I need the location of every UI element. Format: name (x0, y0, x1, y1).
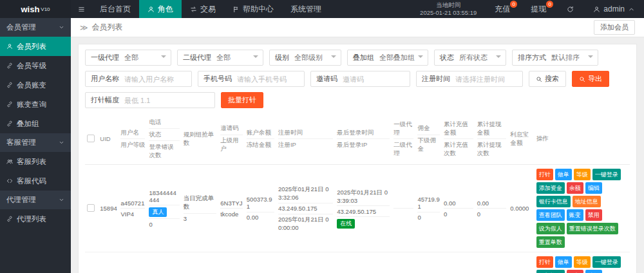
chevron-down-icon (59, 197, 64, 203)
search-icon (579, 76, 585, 82)
column-header-line: 累计充值金额 (444, 118, 473, 139)
admin-menu[interactable]: admin (584, 5, 644, 14)
cell-line (393, 198, 413, 209)
lastlogin-cell: -从未登陆 (335, 252, 392, 273)
top-menu-item[interactable]: 系统管理 (282, 0, 330, 18)
flag-icon (232, 6, 240, 13)
action-button[interactable]: 等级 (574, 256, 591, 268)
action-button[interactable]: 添加资金 (536, 182, 565, 194)
filter-input[interactable] (124, 75, 191, 83)
sidebar-item[interactable]: 客服代码 (0, 171, 71, 191)
withdraw-cell: 0.000 (475, 252, 509, 273)
column-header-line: 下级佣金 (417, 135, 440, 155)
filter-select[interactable]: 一级代理全部 (85, 50, 171, 66)
withdraw-button[interactable]: 提现 0 (520, 0, 556, 18)
cell-line: 0.00 (444, 198, 473, 209)
invite-cell: J5AB82 (218, 252, 245, 273)
filter-selected-value: 全部级别 (294, 53, 341, 62)
search-button[interactable]: 搜索 (529, 71, 566, 87)
filter-selected-value: 默认排序 (551, 53, 598, 62)
filter-input-group: 手机号码 (198, 71, 305, 87)
filter-select[interactable]: 二级代理全部 (177, 50, 263, 66)
select-all-checkbox[interactable] (87, 135, 95, 142)
action-button[interactable]: 做单 (555, 169, 572, 180)
action-button[interactable]: 余额 (567, 270, 583, 273)
export-button[interactable]: 导出 (572, 71, 609, 87)
sidebar-item[interactable]: 会员账变 (0, 75, 71, 95)
local-time: 当地时间 2025-01-21 03:55:19 (412, 1, 484, 17)
action-button[interactable]: 账变 (567, 209, 583, 221)
column-header-line: 电话 (149, 117, 179, 129)
orders-cell: 当日完成单数3 (182, 165, 219, 252)
action-button[interactable]: 添加资金 (536, 270, 565, 273)
sidebar-section-header[interactable]: 会员管理 (0, 18, 71, 37)
sidebar-item[interactable]: 会员等级 (0, 56, 71, 75)
sidebar-item[interactable]: 会员列表 (0, 37, 71, 56)
action-button[interactable]: 重置单数 (536, 236, 565, 248)
sidebar-section-header[interactable]: 代理管理 (0, 191, 71, 209)
app-logo: wish V10 (0, 0, 71, 18)
top-menu: 后台首页角色交易帮助中心系统管理 (91, 0, 330, 18)
sidebar-item[interactable]: 账变查询 (0, 95, 71, 114)
action-button[interactable]: 编辑 (585, 270, 602, 273)
filter-select[interactable]: 排序方式默认排序 (512, 50, 598, 66)
phone-cell: 1247172371真人0 (147, 252, 181, 273)
refresh-icon[interactable] (556, 0, 584, 18)
link-icon (6, 62, 13, 69)
filter-select[interactable]: 叠加组全部叠加组 (347, 50, 428, 66)
filter-select[interactable]: 级别全部级别 (269, 50, 341, 66)
orders-cell: 当日完成单数0 (182, 252, 219, 273)
column-header-line: 注册时间 (278, 127, 333, 139)
cell-line: 0 (149, 219, 179, 229)
top-menu-item[interactable]: 角色 (139, 0, 182, 18)
balance-cell: 4571.990.00 (245, 252, 276, 273)
top-menu-item[interactable]: 帮助中心 (224, 0, 282, 18)
filter-input[interactable] (237, 75, 304, 83)
action-button[interactable]: 打针 (536, 169, 553, 180)
sidebar-section-header[interactable]: 客服管理 (0, 133, 71, 152)
action-button[interactable]: 等级 (574, 169, 591, 180)
filter-label: 注册时间 (417, 74, 455, 84)
lastlogin-cell: 2025年01月21日 03:39:0343.249.50.175在线 (335, 165, 392, 252)
interest-cell: 0.0000 (508, 252, 535, 273)
top-menu-item[interactable]: 后台首页 (91, 0, 139, 18)
withdraw-cell: 0.000 (475, 165, 509, 252)
balance-cell: 500373.910.00 (245, 165, 276, 252)
sidebar-item[interactable]: 叠加组 (0, 114, 71, 133)
action-button[interactable]: 禁用 (585, 209, 602, 221)
sidebar-item[interactable]: 代理列表 (0, 209, 71, 229)
action-button[interactable]: 查看团队 (536, 209, 565, 221)
sidebar-section-label: 代理管理 (6, 195, 36, 205)
action-button[interactable]: 重置错误登录次数 (567, 223, 618, 234)
action-button[interactable]: 银行卡信息 (536, 196, 571, 207)
action-button[interactable]: 余额 (567, 182, 583, 194)
action-button[interactable]: 地址信息 (573, 196, 601, 207)
action-button[interactable]: 编辑 (585, 182, 602, 194)
top-menu-item[interactable]: 交易 (182, 0, 224, 18)
inject-amplitude-group: 打针幅度 (85, 92, 215, 108)
action-button[interactable]: 设为假人 (536, 223, 565, 234)
commission-cell: 45719.910 (415, 165, 442, 252)
column-header: 操作 (535, 113, 630, 165)
batch-inject-button[interactable]: 批量打针 (221, 92, 263, 108)
filter-label: 用户名称 (86, 74, 124, 84)
add-member-button[interactable]: 添加会员 (594, 20, 635, 35)
sidebar-item-label: 会员账变 (17, 80, 46, 90)
action-button[interactable]: 做单 (555, 256, 572, 268)
action-button[interactable]: 打针 (536, 256, 553, 268)
filter-select[interactable]: 状态所有状态 (434, 50, 506, 66)
inject-amplitude-input[interactable] (124, 97, 214, 104)
hamburger-menu-icon[interactable] (71, 0, 91, 18)
sidebar-item[interactable]: 客服列表 (0, 152, 71, 171)
breadcrumb-prefix: ≫ (80, 23, 88, 32)
recharge-button[interactable]: 充值 0 (484, 0, 520, 18)
cell-line (393, 209, 413, 219)
cell-line: 43.249.50.175 (337, 206, 390, 217)
filter-input[interactable] (455, 75, 522, 83)
filter-label: 级别 (270, 53, 294, 62)
filter-input[interactable] (343, 75, 410, 83)
action-button[interactable]: 一键登录 (592, 256, 621, 268)
action-button[interactable]: 一键登录 (592, 169, 621, 180)
content: 一级代理全部二级代理全部级别全部级别叠加组全部叠加组状态所有状态排序方式默认排序… (71, 37, 644, 273)
row-checkbox[interactable] (87, 204, 95, 212)
